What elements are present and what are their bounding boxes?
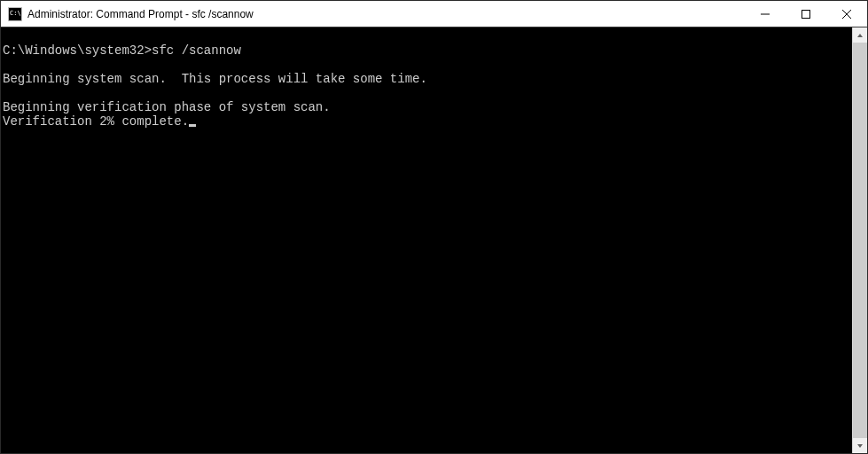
cursor [189,124,196,127]
output-line: Verification 2% complete. [3,114,852,129]
vertical-scrollbar[interactable] [852,27,867,453]
window-frame: C:\ Administrator: Command Prompt - sfc … [0,0,868,454]
prompt-line: C:\Windows\system32>sfc /scannow [3,43,852,58]
window-title: Administrator: Command Prompt - sfc /sca… [27,8,254,20]
svg-text:C:\: C:\ [10,10,21,17]
command: sfc /scannow [152,43,241,58]
cmd-icon: C:\ [8,7,22,21]
scroll-track[interactable] [853,43,867,438]
minimize-button[interactable] [745,1,786,27]
svg-marker-8 [857,444,863,448]
blank-line [3,86,852,100]
svg-rect-4 [802,10,810,18]
close-button[interactable] [826,1,867,27]
maximize-button[interactable] [786,1,826,27]
output-line: Beginning verification phase of system s… [3,100,852,114]
scroll-down-button[interactable] [853,438,867,453]
blank-line [3,58,852,72]
progress-line: Verification 2% complete. [3,114,189,129]
scroll-up-button[interactable] [853,27,867,43]
svg-marker-7 [857,34,863,37]
terminal-output[interactable]: C:\Windows\system32>sfc /scannowBeginnin… [1,27,852,453]
titlebar[interactable]: C:\ Administrator: Command Prompt - sfc … [1,1,867,27]
prompt: C:\Windows\system32> [3,43,152,58]
output-line: Beginning system scan. This process will… [3,72,852,86]
client-area: C:\Windows\system32>sfc /scannowBeginnin… [1,27,867,453]
scroll-thumb[interactable] [853,43,867,438]
blank-line [3,29,852,43]
